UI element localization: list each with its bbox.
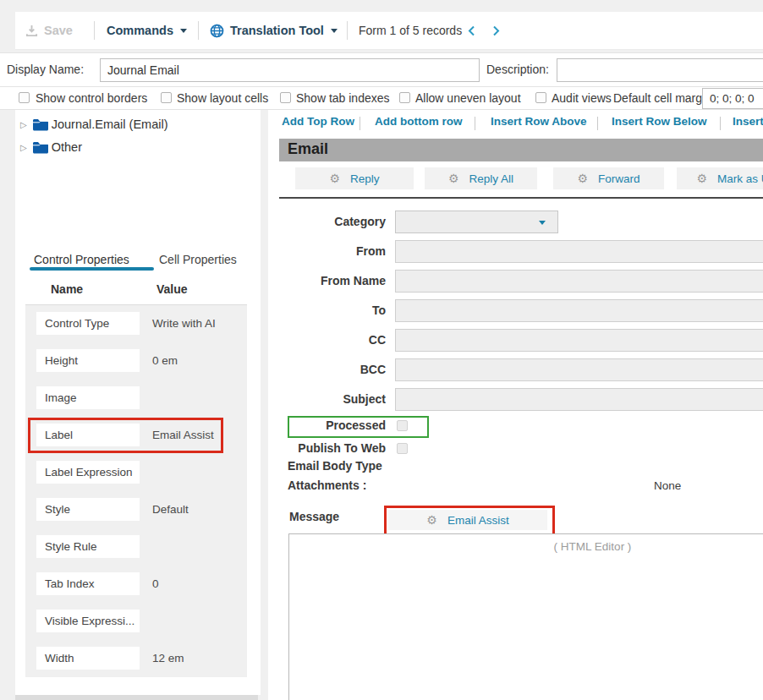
- processed-checkbox[interactable]: [397, 420, 408, 431]
- category-label: Category: [288, 215, 386, 228]
- property-row-control-type[interactable]: Control TypeWrite with AI: [25, 305, 247, 342]
- folder-icon: [32, 141, 48, 154]
- from-name-field[interactable]: [395, 270, 763, 293]
- property-row-image[interactable]: Image: [25, 380, 247, 417]
- save-button[interactable]: Save: [25, 12, 73, 49]
- property-row-label-expression[interactable]: Label Expression: [25, 454, 247, 491]
- chevron-right-icon: [492, 25, 500, 36]
- audit-views-checkbox[interactable]: [535, 92, 546, 103]
- gear-icon: ⚙: [696, 172, 707, 184]
- property-row-width[interactable]: Width12 em: [25, 640, 247, 677]
- allow-uneven-layout-checkbox[interactable]: [399, 92, 410, 103]
- form-header-row: Display Name: Description:: [0, 52, 763, 87]
- html-editor-placeholder: ( HTML Editor ): [289, 540, 763, 553]
- tree-item-other[interactable]: ▷ Other: [20, 140, 82, 154]
- from-field[interactable]: [395, 240, 763, 263]
- from-name-label: From Name: [288, 274, 386, 287]
- reply-button[interactable]: ⚙Reply: [295, 167, 414, 189]
- folder-icon: [32, 118, 48, 131]
- cc-label: CC: [288, 333, 386, 347]
- link-separator: [360, 117, 360, 130]
- show-control-borders-label: Show control borders: [36, 91, 147, 105]
- column-header-value: Value: [156, 282, 188, 296]
- tree-item-journal-email[interactable]: ▷ Journal.Email (Email): [20, 118, 168, 131]
- processed-label: Processed: [288, 418, 386, 432]
- bcc-field[interactable]: [395, 358, 763, 381]
- show-tab-indexes-label: Show tab indexes: [296, 91, 390, 105]
- category-dropdown[interactable]: [395, 211, 558, 233]
- commands-menu-button[interactable]: Commands: [107, 12, 187, 49]
- expand-arrow-icon[interactable]: ▷: [20, 143, 27, 152]
- property-row-label[interactable]: LabelEmail Assist: [25, 417, 247, 454]
- toolbar-separator: [198, 21, 199, 40]
- attachments-label: Attachments :: [288, 479, 366, 492]
- cell-margins-input[interactable]: [702, 88, 763, 109]
- to-field[interactable]: [395, 299, 763, 322]
- active-tab-underline: [30, 267, 154, 271]
- panel-divider: [261, 110, 268, 700]
- insert-row-below-link[interactable]: Insert Row Below: [612, 115, 707, 128]
- from-label: From: [288, 244, 386, 258]
- add-bottom-row-link[interactable]: Add bottom row: [375, 115, 462, 128]
- reply-all-button[interactable]: ⚙Reply All: [425, 167, 537, 189]
- subject-field[interactable]: [395, 388, 763, 411]
- expand-arrow-icon[interactable]: ▷: [20, 120, 27, 129]
- attachments-value: None: [654, 479, 681, 492]
- tree-item-label: Journal.Email (Email): [52, 118, 168, 131]
- property-row-visible-expression[interactable]: Visible Expressi...: [25, 603, 247, 640]
- label-row-highlight-box: [28, 418, 223, 453]
- toolbar-separator: [347, 21, 348, 40]
- translation-tool-label: Translation Tool: [230, 24, 324, 37]
- insert-row-link-clipped[interactable]: Insert: [733, 115, 763, 128]
- publish-to-web-checkbox[interactable]: [397, 443, 408, 454]
- section-header-bar: Email: [279, 139, 763, 161]
- chevron-down-icon: [180, 29, 187, 33]
- property-row-height[interactable]: Height0 em: [25, 342, 247, 380]
- save-label: Save: [44, 24, 73, 37]
- link-separator: [720, 117, 721, 130]
- designer-panel: Add Top Row Add bottom row Insert Row Ab…: [268, 110, 763, 700]
- property-row-style[interactable]: StyleDefault: [25, 491, 247, 528]
- display-name-label: Display Name:: [7, 63, 84, 76]
- save-download-icon: [25, 25, 38, 37]
- left-panel: ▷ Journal.Email (Email) ▷ Other Control …: [15, 110, 261, 695]
- show-layout-cells-checkbox[interactable]: [161, 92, 172, 103]
- gear-icon: ⚙: [448, 172, 459, 184]
- show-control-borders-checkbox[interactable]: [19, 92, 30, 103]
- properties-table: Name Value Control TypeWrite with AI Hei…: [25, 276, 247, 677]
- show-layout-cells-label: Show layout cells: [177, 91, 268, 105]
- to-label: To: [288, 304, 386, 317]
- translation-tool-button[interactable]: Translation Tool: [210, 12, 338, 49]
- next-record-button[interactable]: [492, 12, 500, 49]
- commands-label: Commands: [107, 24, 173, 37]
- options-row: Show control borders Show layout cells S…: [0, 87, 763, 110]
- display-name-input[interactable]: [100, 58, 480, 82]
- add-top-row-link[interactable]: Add Top Row: [282, 115, 354, 128]
- publish-to-web-label: Publish To Web: [288, 441, 386, 455]
- section-divider-line: [279, 197, 763, 199]
- gear-icon: ⚙: [577, 172, 588, 184]
- description-input[interactable]: [557, 58, 763, 82]
- column-header-name: Name: [51, 282, 83, 296]
- prev-record-button[interactable]: [468, 12, 475, 49]
- globe-icon: [210, 24, 224, 38]
- html-editor-area[interactable]: ( HTML Editor ): [288, 533, 763, 700]
- insert-row-above-link[interactable]: Insert Row Above: [491, 115, 587, 128]
- section-title: Email: [288, 140, 328, 158]
- mark-as-unread-button[interactable]: ⚙Mark as Unr: [677, 167, 763, 189]
- allow-uneven-layout-label: Allow uneven layout: [415, 91, 521, 105]
- gear-icon: ⚙: [329, 172, 340, 184]
- cc-field[interactable]: [395, 329, 763, 352]
- tab-control-properties[interactable]: Control Properties: [34, 253, 129, 266]
- chevron-left-icon: [468, 25, 475, 36]
- tree-item-label: Other: [52, 140, 82, 154]
- toolbar-separator: [94, 21, 95, 40]
- description-label: Description:: [486, 63, 549, 76]
- tab-cell-properties[interactable]: Cell Properties: [159, 253, 237, 266]
- property-row-style-rule[interactable]: Style Rule: [25, 528, 247, 566]
- audit-views-label: Audit views: [552, 91, 612, 105]
- property-row-tab-index[interactable]: Tab Index0: [25, 566, 247, 603]
- app-window: Save Commands Translation Tool Form 1 of…: [0, 0, 763, 700]
- show-tab-indexes-checkbox[interactable]: [280, 92, 291, 103]
- forward-button[interactable]: ⚙Forward: [553, 167, 664, 189]
